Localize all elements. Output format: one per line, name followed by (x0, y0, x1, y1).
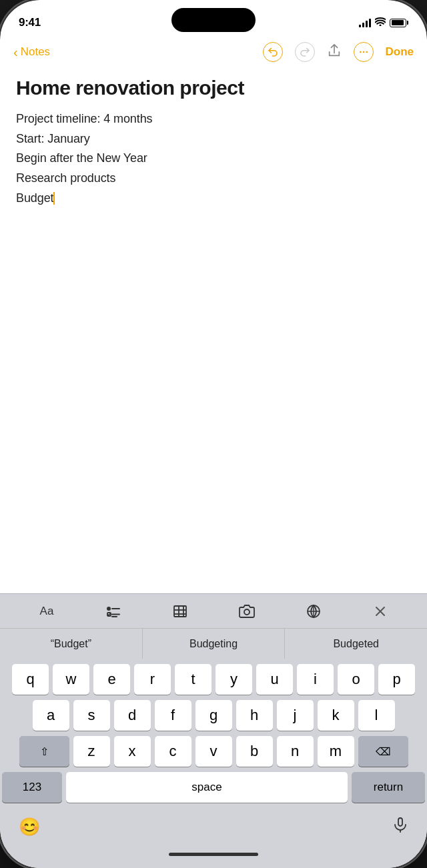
keyboard-row-3: ⇧ z x c v b n m ⌫ (2, 736, 425, 767)
key-j[interactable]: j (277, 700, 314, 731)
autocomplete-bar: “Budget” Budgeting Budgeted (0, 628, 427, 659)
key-o[interactable]: o (338, 664, 374, 695)
key-q[interactable]: q (12, 664, 49, 695)
key-c[interactable]: c (155, 736, 191, 767)
note-line-3: Begin after the New Year (16, 149, 411, 169)
key-i[interactable]: i (297, 664, 334, 695)
done-button[interactable]: Done (386, 45, 414, 59)
key-d[interactable]: d (114, 700, 151, 731)
autocomplete-item-0[interactable]: “Budget” (0, 629, 143, 659)
markup-button[interactable] (302, 599, 326, 623)
more-button[interactable] (354, 42, 374, 62)
note-line-2: Start: January (16, 129, 411, 149)
dynamic-island (171, 8, 256, 32)
key-w[interactable]: w (53, 664, 89, 695)
delete-key[interactable]: ⌫ (358, 736, 408, 767)
key-f[interactable]: f (155, 700, 191, 731)
share-button[interactable] (327, 43, 342, 61)
key-u[interactable]: u (256, 664, 293, 695)
battery-icon (390, 19, 408, 27)
note-title: Home renovation project (16, 76, 411, 100)
key-a[interactable]: a (33, 700, 69, 731)
nav-actions: Done (263, 42, 414, 62)
autocomplete-item-2[interactable]: Budgeted (285, 629, 427, 659)
keyboard-row-1: q w e r t y u i o p (2, 664, 425, 695)
signal-bars-icon (359, 18, 371, 27)
back-label: Notes (21, 45, 50, 59)
formatting-toolbar: Aa (0, 593, 427, 628)
checklist-button[interactable] (101, 599, 125, 623)
home-indicator (0, 845, 427, 868)
wifi-icon (375, 17, 386, 28)
format-text-button[interactable]: Aa (35, 599, 59, 623)
keyboard: q w e r t y u i o p a s d f g h j k (0, 659, 427, 811)
nav-bar: ‹ Notes (0, 36, 427, 71)
svg-rect-10 (174, 606, 186, 617)
status-time: 9:41 (19, 16, 41, 29)
key-b[interactable]: b (236, 736, 273, 767)
note-line-4: Research products (16, 169, 411, 189)
home-bar (169, 853, 258, 856)
shift-key[interactable]: ⇧ (19, 736, 69, 767)
svg-point-0 (360, 51, 362, 53)
svg-point-1 (362, 51, 364, 53)
key-r[interactable]: r (134, 664, 171, 695)
key-k[interactable]: k (318, 700, 354, 731)
space-key[interactable]: space (66, 772, 348, 803)
key-n[interactable]: n (277, 736, 314, 767)
key-l[interactable]: l (358, 700, 395, 731)
key-g[interactable]: g (195, 700, 232, 731)
key-v[interactable]: v (195, 736, 232, 767)
numbers-key[interactable]: 123 (2, 772, 62, 803)
key-z[interactable]: z (73, 736, 110, 767)
svg-point-3 (107, 607, 111, 611)
svg-point-2 (366, 51, 368, 53)
key-h[interactable]: h (236, 700, 273, 731)
key-x[interactable]: x (114, 736, 151, 767)
emoji-button[interactable]: 😊 (19, 817, 40, 837)
status-bar: 9:41 (0, 0, 427, 36)
text-cursor (53, 192, 55, 205)
keyboard-row-4: 123 space return (2, 772, 425, 803)
svg-rect-19 (398, 818, 402, 826)
note-content[interactable]: Home renovation project Project timeline… (0, 71, 427, 593)
key-y[interactable]: y (216, 664, 252, 695)
back-chevron-icon: ‹ (13, 45, 18, 59)
svg-point-15 (244, 609, 250, 615)
table-button[interactable] (168, 599, 192, 623)
keyboard-row-2: a s d f g h j k l (2, 700, 425, 731)
key-e[interactable]: e (93, 664, 130, 695)
key-m[interactable]: m (318, 736, 354, 767)
phone-frame: 9:41 (0, 0, 427, 868)
key-s[interactable]: s (73, 700, 110, 731)
undo-button[interactable] (263, 42, 283, 62)
note-line-1: Project timeline: 4 months (16, 109, 411, 129)
key-p[interactable]: p (378, 664, 415, 695)
note-line-5: Budget (16, 189, 411, 209)
back-button[interactable]: ‹ Notes (13, 45, 50, 59)
close-toolbar-button[interactable] (368, 599, 392, 623)
phone-screen: 9:41 (0, 0, 427, 868)
bottom-bar: 😊 (0, 811, 427, 845)
autocomplete-item-1[interactable]: Budgeting (143, 629, 286, 659)
key-t[interactable]: t (175, 664, 211, 695)
microphone-button[interactable] (392, 817, 408, 837)
status-icons (359, 17, 408, 28)
redo-button[interactable] (295, 42, 315, 62)
note-body: Project timeline: 4 months Start: Januar… (16, 109, 411, 208)
return-key[interactable]: return (352, 772, 425, 803)
camera-button[interactable] (235, 599, 259, 623)
